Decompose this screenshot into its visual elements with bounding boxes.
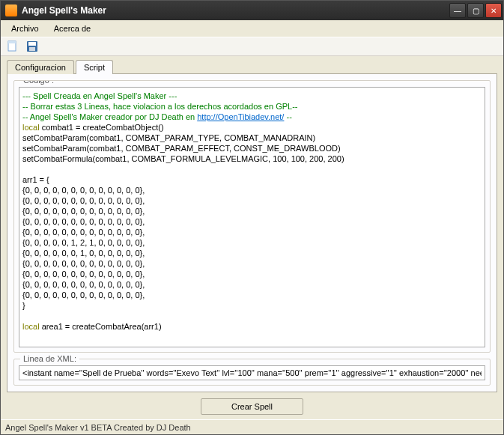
tab-configuracion[interactable]: Configuracion (7, 60, 74, 74)
new-file-icon (7, 40, 19, 52)
tab-panel-script: Codigo : --- Spell Creada en Angel Spell… (7, 73, 497, 392)
group-codigo-label: Codigo : (20, 80, 57, 85)
titlebar: Angel Spell's Maker — ▢ ✕ (1, 1, 503, 20)
group-xml: Linea de XML: (13, 359, 491, 386)
minimize-button[interactable]: — (449, 3, 466, 18)
group-codigo: Codigo : --- Spell Creada en Angel Spell… (13, 80, 491, 353)
code-editor[interactable]: --- Spell Creada en Angel Spell's Maker … (19, 87, 485, 347)
save-button[interactable] (25, 39, 40, 54)
toolbar (1, 37, 503, 56)
close-button[interactable]: ✕ (485, 3, 502, 18)
tab-script[interactable]: Script (76, 60, 113, 74)
tab-strip: Configuracion Script (7, 60, 497, 74)
svg-rect-1 (8, 41, 16, 43)
window-controls: — ▢ ✕ (449, 3, 502, 18)
app-window: Angel Spell's Maker — ▢ ✕ Archivo Acerca… (0, 0, 504, 435)
button-row: Crear Spell (7, 392, 497, 418)
menu-file[interactable]: Archivo (4, 22, 46, 34)
save-icon (26, 40, 38, 52)
svg-rect-4 (29, 47, 35, 51)
content-area: Configuracion Script Codigo : --- Spell … (1, 56, 503, 419)
svg-rect-3 (28, 42, 36, 46)
create-spell-button[interactable]: Crear Spell (201, 398, 303, 415)
new-file-button[interactable] (5, 39, 20, 54)
status-text: Angel Spell's Maker v1 BETA Created by D… (5, 423, 191, 432)
maximize-button[interactable]: ▢ (467, 3, 484, 18)
statusbar: Angel Spell's Maker v1 BETA Created by D… (1, 419, 503, 434)
window-title: Angel Spell's Maker (22, 5, 449, 16)
menubar: Archivo Acerca de (1, 20, 503, 37)
menu-about[interactable]: Acerca de (46, 22, 99, 34)
group-xml-label: Linea de XML: (20, 354, 79, 363)
xml-line-input[interactable] (19, 365, 485, 380)
app-icon (5, 4, 17, 16)
